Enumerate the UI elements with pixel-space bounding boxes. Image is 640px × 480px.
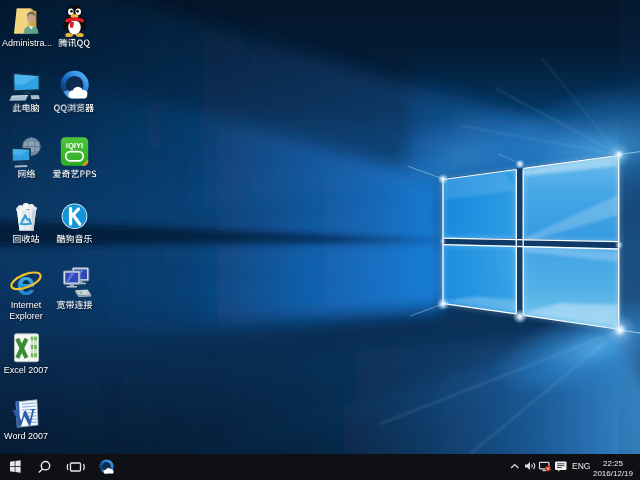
svg-text:ENG: ENG xyxy=(572,461,590,471)
svg-text:e: e xyxy=(16,266,35,299)
svg-text:W: W xyxy=(11,403,37,429)
svg-text:iQIYI: iQIYI xyxy=(65,141,82,150)
svg-text:22:25: 22:25 xyxy=(603,459,624,468)
svg-text:2016/12/19: 2016/12/19 xyxy=(593,469,634,478)
